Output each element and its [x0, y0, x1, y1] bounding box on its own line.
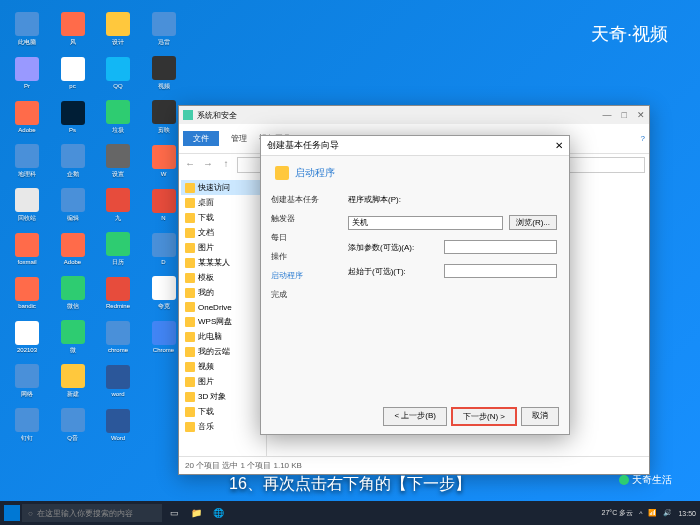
wizard-header-icon	[275, 166, 289, 180]
minimize-icon[interactable]: —	[603, 110, 612, 120]
desktop-icon[interactable]: Pr	[8, 52, 46, 94]
brand-badge: 天奇生活	[619, 473, 672, 487]
desktop-icon[interactable]: bandic	[8, 272, 46, 314]
back-button[interactable]: < 上一步(B)	[383, 407, 447, 426]
up-icon[interactable]: ↑	[219, 158, 233, 172]
nav-item[interactable]: 3D 对象	[181, 389, 264, 404]
program-input[interactable]	[348, 216, 503, 230]
nav-item[interactable]: 音乐	[181, 419, 264, 434]
desktop-icon[interactable]: 夸克	[145, 272, 183, 314]
wizard-step: 触发器	[271, 213, 326, 224]
desktop-icon[interactable]: 风	[54, 8, 92, 50]
nav-item[interactable]: 模板	[181, 270, 264, 285]
desktop-icon[interactable]: 地理科	[8, 140, 46, 182]
desktop-icon[interactable]: 视频	[145, 52, 183, 94]
explorer-title-text: 系统和安全	[197, 110, 237, 121]
desktop-icon[interactable]: 垃圾	[99, 96, 137, 138]
search-icon: ○	[28, 509, 33, 518]
wizard-step: 创建基本任务	[271, 194, 326, 205]
desktop-icon[interactable]: D	[145, 228, 183, 270]
back-icon[interactable]: ←	[183, 158, 197, 172]
nav-item[interactable]: 文档	[181, 225, 264, 240]
desktop-icon[interactable]: N	[145, 184, 183, 226]
args-input[interactable]	[444, 240, 557, 254]
nav-item[interactable]: 桌面	[181, 195, 264, 210]
desktop-icon[interactable]: 迅雷	[145, 8, 183, 50]
clock[interactable]: 13:50	[678, 510, 696, 517]
desktop-icon[interactable]: 回收站	[8, 184, 46, 226]
wizard-buttons: < 上一步(B) 下一步(N) > 取消	[383, 407, 559, 426]
tab-manage[interactable]: 管理	[231, 133, 247, 144]
edge-icon[interactable]: 🌐	[208, 503, 228, 523]
start-button[interactable]	[4, 505, 20, 521]
startin-input[interactable]	[444, 264, 557, 278]
next-button[interactable]: 下一步(N) >	[451, 407, 517, 426]
desktop-icon[interactable]: Chrome	[145, 316, 183, 358]
file-tab[interactable]: 文件	[183, 131, 219, 146]
desktop-icon[interactable]: 此电脑	[8, 8, 46, 50]
taskbar-search[interactable]: ○ 在这里输入你要搜索的内容	[22, 504, 162, 522]
desktop-icon[interactable]: 设置	[99, 140, 137, 182]
nav-item[interactable]: 我的云端	[181, 344, 264, 359]
desktop-icon[interactable]: Q音	[54, 404, 92, 446]
wizard-header: 启动程序	[261, 156, 569, 186]
brand-text: 天奇生活	[632, 473, 672, 487]
taskbar: ○ 在这里输入你要搜索的内容 ▭ 📁 🌐 27°C 多云 ^ 📶 🔊 13:50	[0, 501, 700, 525]
close-icon[interactable]: ✕	[637, 110, 645, 120]
nav-item[interactable]: 视频	[181, 359, 264, 374]
args-label: 添加参数(可选)(A):	[348, 242, 438, 253]
forward-icon[interactable]: →	[201, 158, 215, 172]
desktop-icon[interactable]: QQ	[99, 52, 137, 94]
desktop-icon[interactable]: 日历	[99, 228, 137, 270]
nav-item[interactable]: OneDrive	[181, 300, 264, 314]
explorer-titlebar[interactable]: 系统和安全 — □ ✕	[179, 106, 649, 124]
desktop-icon[interactable]: 微	[54, 316, 92, 358]
wizard-close-icon[interactable]: ✕	[555, 140, 563, 151]
nav-item[interactable]: 某某某人	[181, 255, 264, 270]
browse-button[interactable]: 浏览(R)...	[509, 215, 557, 230]
desktop-icon[interactable]: 企鹅	[54, 140, 92, 182]
desktop-icon[interactable]: pc	[54, 52, 92, 94]
nav-item[interactable]: 图片	[181, 374, 264, 389]
desktop-icon[interactable]: Adobe	[8, 96, 46, 138]
desktop-icon[interactable]: 202103	[8, 316, 46, 358]
nav-item[interactable]: 此电脑	[181, 329, 264, 344]
desktop-icon[interactable]: Ps	[54, 96, 92, 138]
volume-icon[interactable]: 🔊	[663, 509, 672, 517]
cancel-button[interactable]: 取消	[521, 407, 559, 426]
weather[interactable]: 27°C 多云	[602, 508, 634, 518]
desktop-icon[interactable]: 剪映	[145, 96, 183, 138]
help-icon[interactable]: ?	[641, 134, 645, 143]
tray-chevron-icon[interactable]: ^	[639, 510, 642, 517]
nav-item[interactable]: WPS网盘	[181, 314, 264, 329]
nav-item[interactable]: 下载	[181, 404, 264, 419]
wizard-titlebar[interactable]: 创建基本任务向导 ✕	[261, 136, 569, 156]
wizard-header-text: 启动程序	[295, 166, 335, 180]
desktop-icon[interactable]: 新建	[54, 360, 92, 402]
maximize-icon[interactable]: □	[622, 110, 627, 120]
desktop-icon[interactable]: 钉钉	[8, 404, 46, 446]
desktop-icon[interactable]: 网络	[8, 360, 46, 402]
desktop-icon[interactable]: Redmine	[99, 272, 137, 314]
explorer-icon	[183, 110, 193, 120]
nav-item[interactable]: 我的	[181, 285, 264, 300]
wizard-step: 完成	[271, 289, 326, 300]
desktop-icon[interactable]: 微信	[54, 272, 92, 314]
wizard-title-text: 创建基本任务向导	[267, 139, 339, 152]
wizard-form: 程序或脚本(P): 浏览(R)... 添加参数(可选)(A): 起始于(可选)(…	[336, 186, 569, 406]
desktop-icon[interactable]: 编辑	[54, 184, 92, 226]
nav-item[interactable]: 快速访问	[181, 180, 264, 195]
wifi-icon[interactable]: 📶	[648, 509, 657, 517]
desktop-icon[interactable]: chrome	[99, 316, 137, 358]
nav-item[interactable]: 图片	[181, 240, 264, 255]
task-view-icon[interactable]: ▭	[164, 503, 184, 523]
explorer-taskbar-icon[interactable]: 📁	[186, 503, 206, 523]
desktop-icon[interactable]: W	[145, 140, 183, 182]
nav-item[interactable]: 下载	[181, 210, 264, 225]
desktop-icon[interactable]: Adobe	[54, 228, 92, 270]
desktop-icon[interactable]: 设计	[99, 8, 137, 50]
desktop-icon[interactable]: word	[99, 360, 137, 402]
desktop-icon[interactable]: 九	[99, 184, 137, 226]
desktop-icon[interactable]: foxmail	[8, 228, 46, 270]
desktop-icon[interactable]: Word	[99, 404, 137, 446]
